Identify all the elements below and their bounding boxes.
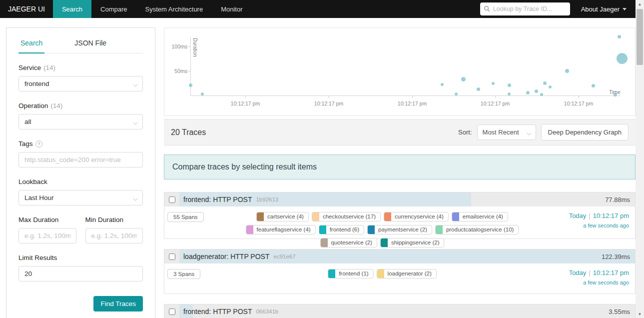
trace-time: 10:12:17 pm: [593, 212, 629, 220]
max-duration-input[interactable]: [18, 228, 76, 244]
service-chip[interactable]: cartservice (4): [256, 212, 309, 222]
limit-results-input[interactable]: [18, 266, 143, 282]
scatter-point[interactable]: [592, 84, 595, 88]
min-duration-group: Min Duration: [85, 216, 143, 244]
service-chip[interactable]: frontend (1): [328, 269, 373, 278]
y-tick-label: 50ms: [164, 68, 187, 74]
service-chip-label: quoteservice (2): [328, 238, 377, 247]
date-separator: |: [586, 212, 593, 220]
x-tick-mark: [329, 96, 329, 98]
service-chip[interactable]: emailservice (4): [452, 212, 508, 222]
about-jaeger-label: About Jaeger: [581, 6, 620, 13]
trace-result-row[interactable]: frontend: HTTP POST 066341b 3.55ms: [164, 304, 636, 318]
tab-json-file[interactable]: JSON File: [72, 39, 108, 53]
lookback-select[interactable]: Last Hour: [18, 190, 143, 206]
span-count-chip: 3 Spans: [167, 269, 200, 279]
scatter-point[interactable]: [477, 88, 480, 91]
scatter-point[interactable]: [189, 84, 192, 87]
service-chip-label: frontend (1): [335, 270, 373, 278]
tab-search[interactable]: Search: [18, 39, 44, 53]
scatter-point[interactable]: [549, 86, 552, 88]
trace-when: Today|10:12:17 pm a few seconds ago: [569, 211, 629, 248]
limit-results-label: Limit Results: [18, 254, 57, 262]
operation-count: (14): [50, 102, 62, 110]
scatter-point[interactable]: [526, 91, 530, 94]
trace-id: 066341b: [256, 308, 278, 314]
trace-header: frontend: HTTP POST 066341b 3.55ms: [164, 304, 635, 318]
service-chip-label: frontend (6): [326, 226, 364, 234]
scatter-point[interactable]: [461, 77, 466, 82]
min-duration-input[interactable]: [85, 228, 143, 244]
trace-lookup-input[interactable]: [480, 2, 570, 16]
trace-title: loadgenerator: HTTP POST: [183, 252, 269, 260]
lookback-group: Lookback Last Hour: [18, 178, 143, 206]
scatter-point[interactable]: [455, 92, 458, 96]
trace-result-row[interactable]: frontend: HTTP POST 1b92613 77.88ms 55 S…: [164, 192, 636, 239]
sort-select[interactable]: Most Recent: [477, 124, 536, 140]
scatter-point[interactable]: [508, 84, 511, 87]
tags-group: Tags ?: [18, 140, 143, 168]
compare-banner: Compare traces by selecting result items: [164, 154, 636, 180]
service-chip-label: loadgenerator (2): [384, 270, 436, 278]
service-chip[interactable]: loadgenerator (2): [377, 269, 437, 278]
scatter-point[interactable]: [565, 69, 569, 73]
service-chip[interactable]: quoteservice (2): [320, 238, 377, 248]
tags-input[interactable]: [18, 152, 143, 168]
find-traces-button[interactable]: Find Traces: [93, 296, 143, 312]
trace-select-checkbox[interactable]: [169, 308, 175, 315]
scrollbar-thumb[interactable]: [637, 9, 643, 65]
deep-dependency-graph-button[interactable]: Deep Dependency Graph: [541, 124, 629, 140]
service-chip[interactable]: shippingservice (2): [380, 238, 445, 248]
service-chip[interactable]: frontend (6): [319, 225, 364, 234]
scatter-point[interactable]: [492, 82, 495, 85]
service-chip[interactable]: productcatalogservice (10): [435, 225, 519, 234]
service-color-swatch: [368, 226, 375, 234]
trace-select-checkbox[interactable]: [169, 196, 175, 203]
trace-title: frontend: HTTP POST: [183, 308, 252, 316]
x-tick-mark: [579, 96, 579, 98]
trace-select-checkbox[interactable]: [169, 254, 175, 260]
service-group: Service (14) frontend: [18, 64, 143, 92]
scatter-point[interactable]: [535, 90, 538, 93]
service-select[interactable]: frontend: [18, 76, 143, 92]
duration-scatter-chart: Duration 100ms 50ms 10:12:17 pm 10:12:17…: [164, 28, 636, 116]
scroll-up-icon[interactable]: ▲: [636, 0, 644, 8]
limit-results-group: Limit Results: [18, 254, 143, 282]
vertical-scrollbar[interactable]: ▲ ▼: [636, 0, 644, 318]
y-tick-label: 100ms: [164, 44, 187, 50]
trace-result-row[interactable]: loadgenerator: HTTP POST ec91e67 122.39m…: [164, 249, 636, 294]
service-color-swatch: [321, 238, 328, 247]
max-duration-label: Max Duration: [18, 216, 58, 224]
scatter-point[interactable]: [441, 83, 444, 86]
chevron-down-icon: [133, 82, 137, 86]
service-chip[interactable]: currencyservice (4): [384, 212, 449, 222]
service-chip-label: emailservice (4): [459, 212, 508, 221]
nav-tab-system-architecture[interactable]: System Architecture: [136, 0, 212, 18]
about-jaeger-menu[interactable]: About Jaeger: [581, 6, 627, 13]
operation-select[interactable]: all: [18, 114, 143, 130]
scatter-point[interactable]: [618, 35, 621, 38]
service-color-swatch: [257, 212, 264, 221]
service-chip-label: cartservice (4): [264, 212, 308, 221]
scatter-point[interactable]: [617, 53, 628, 64]
scatter-point[interactable]: [201, 92, 204, 96]
trace-duration: 3.55ms: [609, 308, 635, 316]
scatter-point[interactable]: [508, 92, 511, 96]
results-header: 20 Traces Sort: Most Recent Deep Depende…: [164, 119, 636, 146]
nav-tab-search[interactable]: Search: [53, 0, 91, 18]
sidebar-tabs: Search JSON File: [18, 28, 143, 54]
nav-tab-monitor[interactable]: Monitor: [212, 0, 251, 18]
scatter-point[interactable]: [540, 93, 543, 96]
nav-tab-compare[interactable]: Compare: [91, 0, 136, 18]
trace-header: frontend: HTTP POST 1b92613 77.88ms: [164, 192, 635, 206]
service-chip[interactable]: featureflagservice (4): [246, 225, 316, 234]
service-chip-label: paymentservice (2): [375, 226, 432, 234]
service-chip[interactable]: paymentservice (2): [367, 225, 432, 234]
chevron-down-icon: [133, 120, 137, 124]
trace-date: Today: [569, 269, 587, 276]
service-chip[interactable]: checkoutservice (17): [312, 212, 381, 222]
scroll-down-icon[interactable]: ▼: [636, 310, 644, 318]
date-separator: |: [586, 269, 593, 276]
scatter-point[interactable]: [543, 82, 547, 85]
question-circle-icon[interactable]: ?: [35, 140, 42, 148]
